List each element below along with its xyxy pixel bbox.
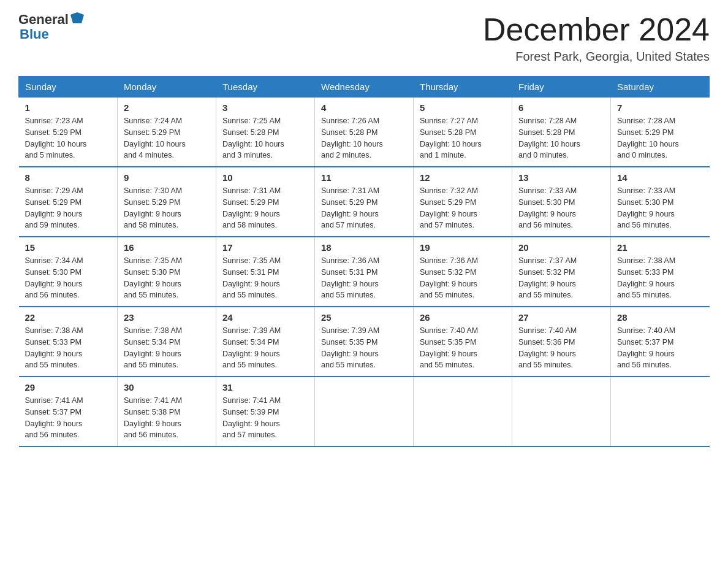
day-number: 17 — [222, 242, 308, 253]
calendar-cell — [611, 377, 710, 446]
calendar-week-row: 15Sunrise: 7:34 AMSunset: 5:30 PMDayligh… — [19, 237, 710, 307]
day-number: 9 — [124, 172, 210, 183]
calendar-cell: 4Sunrise: 7:26 AMSunset: 5:28 PMDaylight… — [315, 98, 414, 167]
calendar-cell: 20Sunrise: 7:37 AMSunset: 5:32 PMDayligh… — [512, 237, 611, 307]
day-info: Sunrise: 7:26 AMSunset: 5:28 PMDaylight:… — [321, 115, 407, 161]
day-info: Sunrise: 7:31 AMSunset: 5:29 PMDaylight:… — [321, 185, 407, 231]
day-info: Sunrise: 7:41 AMSunset: 5:38 PMDaylight:… — [124, 395, 210, 441]
calendar-cell: 16Sunrise: 7:35 AMSunset: 5:30 PMDayligh… — [118, 237, 216, 307]
day-number: 28 — [617, 312, 703, 323]
calendar-header-row: SundayMondayTuesdayWednesdayThursdayFrid… — [19, 77, 710, 98]
day-info: Sunrise: 7:36 AMSunset: 5:31 PMDaylight:… — [321, 255, 407, 301]
calendar-cell: 9Sunrise: 7:30 AMSunset: 5:29 PMDaylight… — [118, 167, 216, 237]
calendar-cell: 13Sunrise: 7:33 AMSunset: 5:30 PMDayligh… — [512, 167, 611, 237]
calendar-cell: 19Sunrise: 7:36 AMSunset: 5:32 PMDayligh… — [414, 237, 512, 307]
day-info: Sunrise: 7:34 AMSunset: 5:30 PMDaylight:… — [25, 255, 112, 301]
day-info: Sunrise: 7:40 AMSunset: 5:37 PMDaylight:… — [617, 325, 703, 371]
day-number: 31 — [222, 382, 308, 393]
weekday-header-tuesday: Tuesday — [216, 77, 315, 98]
calendar-cell: 6Sunrise: 7:28 AMSunset: 5:28 PMDaylight… — [512, 98, 611, 167]
day-number: 26 — [420, 312, 506, 323]
day-number: 21 — [617, 242, 703, 253]
month-title: December 2024 — [483, 12, 710, 47]
calendar-cell — [414, 377, 512, 446]
calendar-cell: 27Sunrise: 7:40 AMSunset: 5:36 PMDayligh… — [512, 307, 611, 377]
day-info: Sunrise: 7:39 AMSunset: 5:35 PMDaylight:… — [321, 325, 407, 371]
day-number: 16 — [124, 242, 210, 253]
logo: General Blue — [18, 12, 84, 42]
day-number: 14 — [617, 172, 703, 183]
calendar-cell: 1Sunrise: 7:23 AMSunset: 5:29 PMDaylight… — [19, 98, 118, 167]
calendar-cell: 8Sunrise: 7:29 AMSunset: 5:29 PMDaylight… — [19, 167, 118, 237]
day-number: 19 — [420, 242, 506, 253]
day-number: 24 — [222, 312, 308, 323]
day-number: 4 — [321, 102, 407, 113]
day-info: Sunrise: 7:40 AMSunset: 5:36 PMDaylight:… — [518, 325, 604, 371]
day-info: Sunrise: 7:37 AMSunset: 5:32 PMDaylight:… — [518, 255, 604, 301]
page-header: General Blue December 2024 Forest Park, … — [18, 12, 710, 64]
day-info: Sunrise: 7:33 AMSunset: 5:30 PMDaylight:… — [518, 185, 604, 231]
day-info: Sunrise: 7:27 AMSunset: 5:28 PMDaylight:… — [420, 115, 506, 161]
svg-marker-1 — [72, 13, 83, 23]
calendar-cell: 21Sunrise: 7:38 AMSunset: 5:33 PMDayligh… — [611, 237, 710, 307]
calendar-cell: 22Sunrise: 7:38 AMSunset: 5:33 PMDayligh… — [19, 307, 118, 377]
day-number: 7 — [617, 102, 703, 113]
calendar-cell: 5Sunrise: 7:27 AMSunset: 5:28 PMDaylight… — [414, 98, 512, 167]
day-number: 20 — [518, 242, 604, 253]
calendar-cell: 15Sunrise: 7:34 AMSunset: 5:30 PMDayligh… — [19, 237, 118, 307]
weekday-header-sunday: Sunday — [19, 77, 118, 98]
day-number: 13 — [518, 172, 604, 183]
calendar-cell: 23Sunrise: 7:38 AMSunset: 5:34 PMDayligh… — [118, 307, 216, 377]
calendar-cell: 28Sunrise: 7:40 AMSunset: 5:37 PMDayligh… — [611, 307, 710, 377]
day-number: 15 — [25, 242, 112, 253]
calendar-cell: 10Sunrise: 7:31 AMSunset: 5:29 PMDayligh… — [216, 167, 315, 237]
calendar-cell: 31Sunrise: 7:41 AMSunset: 5:39 PMDayligh… — [216, 377, 315, 446]
day-info: Sunrise: 7:38 AMSunset: 5:33 PMDaylight:… — [25, 325, 112, 371]
calendar-cell: 14Sunrise: 7:33 AMSunset: 5:30 PMDayligh… — [611, 167, 710, 237]
day-info: Sunrise: 7:35 AMSunset: 5:30 PMDaylight:… — [124, 255, 210, 301]
calendar-cell: 2Sunrise: 7:24 AMSunset: 5:29 PMDaylight… — [118, 98, 216, 167]
day-info: Sunrise: 7:40 AMSunset: 5:35 PMDaylight:… — [420, 325, 506, 371]
calendar-cell: 29Sunrise: 7:41 AMSunset: 5:37 PMDayligh… — [19, 377, 118, 446]
day-number: 30 — [124, 382, 210, 393]
day-info: Sunrise: 7:38 AMSunset: 5:34 PMDaylight:… — [124, 325, 210, 371]
calendar-table: SundayMondayTuesdayWednesdayThursdayFrid… — [18, 76, 710, 447]
day-info: Sunrise: 7:29 AMSunset: 5:29 PMDaylight:… — [25, 185, 112, 231]
logo-triangle-icon — [70, 12, 84, 25]
day-info: Sunrise: 7:28 AMSunset: 5:28 PMDaylight:… — [518, 115, 604, 161]
calendar-cell: 30Sunrise: 7:41 AMSunset: 5:38 PMDayligh… — [118, 377, 216, 446]
calendar-cell: 18Sunrise: 7:36 AMSunset: 5:31 PMDayligh… — [315, 237, 414, 307]
calendar-week-row: 1Sunrise: 7:23 AMSunset: 5:29 PMDaylight… — [19, 98, 710, 167]
logo-blue: Blue — [20, 27, 84, 42]
day-number: 1 — [25, 102, 112, 113]
day-info: Sunrise: 7:24 AMSunset: 5:29 PMDaylight:… — [124, 115, 210, 161]
day-info: Sunrise: 7:39 AMSunset: 5:34 PMDaylight:… — [222, 325, 308, 371]
weekday-header-thursday: Thursday — [414, 77, 512, 98]
day-info: Sunrise: 7:33 AMSunset: 5:30 PMDaylight:… — [617, 185, 703, 231]
day-number: 25 — [321, 312, 407, 323]
day-number: 2 — [124, 102, 210, 113]
day-info: Sunrise: 7:28 AMSunset: 5:29 PMDaylight:… — [617, 115, 703, 161]
calendar-cell — [512, 377, 611, 446]
calendar-cell: 11Sunrise: 7:31 AMSunset: 5:29 PMDayligh… — [315, 167, 414, 237]
day-info: Sunrise: 7:31 AMSunset: 5:29 PMDaylight:… — [222, 185, 308, 231]
day-number: 11 — [321, 172, 407, 183]
calendar-week-row: 29Sunrise: 7:41 AMSunset: 5:37 PMDayligh… — [19, 377, 710, 446]
weekday-header-wednesday: Wednesday — [315, 77, 414, 98]
day-number: 5 — [420, 102, 506, 113]
day-info: Sunrise: 7:36 AMSunset: 5:32 PMDaylight:… — [420, 255, 506, 301]
day-info: Sunrise: 7:32 AMSunset: 5:29 PMDaylight:… — [420, 185, 506, 231]
day-number: 29 — [25, 382, 112, 393]
day-number: 6 — [518, 102, 604, 113]
day-info: Sunrise: 7:30 AMSunset: 5:29 PMDaylight:… — [124, 185, 210, 231]
calendar-cell: 25Sunrise: 7:39 AMSunset: 5:35 PMDayligh… — [315, 307, 414, 377]
day-info: Sunrise: 7:25 AMSunset: 5:28 PMDaylight:… — [222, 115, 308, 161]
day-info: Sunrise: 7:41 AMSunset: 5:37 PMDaylight:… — [25, 395, 112, 441]
weekday-header-friday: Friday — [512, 77, 611, 98]
location-title: Forest Park, Georgia, United States — [483, 50, 710, 64]
day-number: 3 — [222, 102, 308, 113]
title-area: December 2024 Forest Park, Georgia, Unit… — [483, 12, 710, 64]
calendar-cell: 3Sunrise: 7:25 AMSunset: 5:28 PMDaylight… — [216, 98, 315, 167]
calendar-week-row: 22Sunrise: 7:38 AMSunset: 5:33 PMDayligh… — [19, 307, 710, 377]
day-info: Sunrise: 7:38 AMSunset: 5:33 PMDaylight:… — [617, 255, 703, 301]
